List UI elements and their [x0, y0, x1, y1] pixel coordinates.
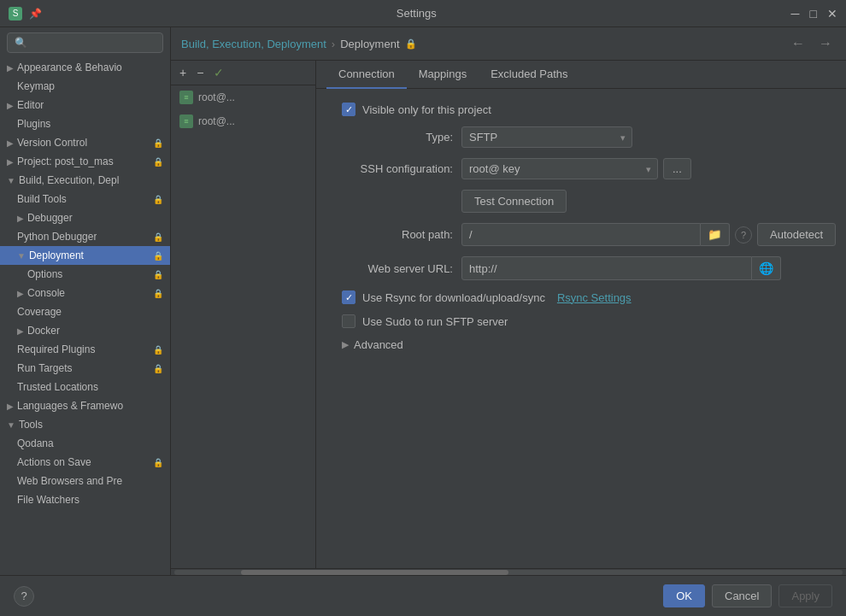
test-connection-button[interactable]: Test Connection: [461, 190, 567, 213]
web-server-url-row: Web server URL: 🌐: [333, 256, 829, 280]
rsync-settings-link[interactable]: Rsync Settings: [557, 291, 632, 304]
use-rsync-checkbox[interactable]: ✓: [342, 290, 355, 304]
sidebar-item-console[interactable]: ▶ Console 🔒: [0, 284, 170, 302]
web-server-globe-button[interactable]: 🌐: [752, 256, 781, 280]
web-server-url-label: Web server URL:: [333, 262, 453, 275]
breadcrumb-nav: ← →: [788, 34, 836, 53]
pin-icon: 📌: [29, 8, 42, 20]
web-server-url-control: 🌐: [461, 256, 781, 280]
lock-icon: 🔒: [153, 251, 163, 261]
tab-mappings[interactable]: Mappings: [407, 61, 479, 89]
ok-button[interactable]: OK: [663, 584, 705, 607]
horizontal-scrollbar[interactable]: [171, 568, 846, 575]
lock-icon: 🔒: [153, 195, 163, 204]
sidebar-item-languages[interactable]: ▶ Languages & Framewo: [0, 396, 170, 415]
server-toolbar: + − ✓: [171, 61, 315, 85]
server-item[interactable]: ≡ root@...: [171, 109, 315, 133]
remove-server-button[interactable]: −: [193, 64, 207, 81]
title-bar: S 📌 Settings ─ □ ✕: [0, 0, 846, 27]
maximize-button[interactable]: □: [810, 7, 817, 21]
advanced-row[interactable]: ▶ Advanced: [333, 338, 829, 351]
scrollbar-thumb[interactable]: [241, 570, 508, 575]
checkmark-icon: ✓: [345, 292, 353, 303]
sidebar-item-keymap[interactable]: Keymap: [0, 77, 170, 96]
help-button[interactable]: ?: [14, 586, 34, 607]
add-server-button[interactable]: +: [176, 64, 190, 81]
sidebar-item-project[interactable]: ▶ Project: post_to_mas 🔒: [0, 152, 170, 171]
sidebar-item-plugins[interactable]: Plugins: [0, 114, 170, 133]
close-button[interactable]: ✕: [827, 7, 837, 21]
sidebar-item-coverage[interactable]: Coverage: [0, 302, 170, 321]
sidebar-item-version-control[interactable]: ▶ Version Control 🔒: [0, 133, 170, 152]
sidebar-item-options[interactable]: Options 🔒: [0, 265, 170, 284]
visible-only-checkbox[interactable]: ✓: [342, 103, 355, 116]
server-name: root@...: [198, 91, 235, 103]
sidebar-item-debugger[interactable]: ▶ Debugger: [0, 208, 170, 227]
type-select-wrapper: SFTP: [461, 126, 632, 148]
autodetect-button[interactable]: Autodetect: [757, 223, 836, 246]
breadcrumb-back-button[interactable]: ←: [788, 34, 808, 53]
apply-button[interactable]: Apply: [778, 584, 832, 607]
advanced-label: Advanced: [354, 338, 403, 351]
sidebar-list: ▶ Appearance & Behavio Keymap ▶ Editor P…: [0, 58, 170, 575]
sidebar-item-file-watchers[interactable]: File Watchers: [0, 490, 170, 509]
server-name: root@...: [198, 115, 235, 127]
scrollbar-track: [174, 570, 843, 575]
sidebar-item-run-targets[interactable]: Run Targets 🔒: [0, 359, 170, 378]
sidebar-item-required-plugins[interactable]: Required Plugins 🔒: [0, 340, 170, 359]
sidebar-item-appearance[interactable]: ▶ Appearance & Behavio: [0, 58, 170, 77]
sidebar-item-build-exec[interactable]: ▼ Build, Execution, Depl: [0, 171, 170, 190]
breadcrumb-parent[interactable]: Build, Execution, Deployment: [181, 38, 326, 50]
root-path-folder-button[interactable]: 📁: [701, 223, 730, 246]
sidebar-item-docker[interactable]: ▶ Docker: [0, 321, 170, 340]
chevron-right-icon: ▶: [7, 402, 14, 411]
server-list: ≡ root@... ≡ root@...: [171, 85, 315, 568]
bottom-bar: ? OK Cancel Apply: [0, 575, 846, 616]
advanced-chevron-icon: ▶: [342, 339, 349, 350]
sidebar-item-python-debugger[interactable]: Python Debugger 🔒: [0, 227, 170, 246]
sidebar-item-qodana[interactable]: Qodana: [0, 434, 170, 453]
root-path-input[interactable]: [461, 223, 701, 246]
search-box[interactable]: 🔍: [7, 32, 163, 53]
confirm-button[interactable]: ✓: [210, 64, 227, 81]
use-sudo-checkbox[interactable]: [342, 314, 355, 328]
tab-excluded-paths[interactable]: Excluded Paths: [479, 61, 579, 89]
test-connection-control: Test Connection: [461, 190, 567, 213]
sidebar-item-deployment[interactable]: ▼ Deployment 🔒: [0, 246, 170, 265]
lock-icon: 🔒: [153, 232, 163, 242]
breadcrumb-current: Deployment: [340, 38, 399, 50]
root-path-row: Root path: 📁 ? Autodetect: [333, 223, 829, 246]
type-row: Type: SFTP: [333, 126, 829, 148]
lock-icon: 🔒: [153, 138, 163, 148]
chevron-right-icon: ▶: [17, 326, 24, 336]
type-select[interactable]: SFTP: [461, 126, 632, 148]
sidebar-item-actions-on-save[interactable]: Actions on Save 🔒: [0, 453, 170, 472]
ssh-more-button[interactable]: ...: [663, 158, 691, 179]
ssh-config-select[interactable]: root@ key: [461, 158, 658, 179]
minimize-button[interactable]: ─: [791, 7, 800, 21]
search-input[interactable]: [32, 37, 156, 49]
lock-icon: 🔒: [153, 458, 163, 467]
sidebar-item-tools[interactable]: ▼ Tools: [0, 415, 170, 434]
content-area: Build, Execution, Deployment › Deploymen…: [171, 27, 846, 575]
connection-form: ✓ Visible only for this project Type: SF…: [316, 89, 846, 372]
web-server-url-input-group: 🌐: [461, 256, 781, 280]
server-item[interactable]: ≡ root@...: [171, 85, 315, 109]
type-control: SFTP: [461, 126, 632, 148]
sidebar-item-editor[interactable]: ▶ Editor: [0, 96, 170, 114]
web-server-url-input[interactable]: [461, 256, 752, 280]
sidebar: 🔍 ▶ Appearance & Behavio Keymap ▶ Editor…: [0, 27, 171, 575]
bottom-right: OK Cancel Apply: [663, 584, 832, 607]
test-connection-row: Test Connection: [333, 190, 829, 213]
tab-connection[interactable]: Connection: [326, 61, 407, 89]
checkmark-icon: ✓: [345, 104, 353, 115]
cancel-button[interactable]: Cancel: [712, 584, 772, 607]
sidebar-item-web-browsers[interactable]: Web Browsers and Pre: [0, 472, 170, 490]
breadcrumb-forward-button[interactable]: →: [815, 34, 836, 53]
breadcrumb-lock-icon: 🔒: [405, 38, 417, 50]
root-path-input-group: 📁: [461, 223, 730, 246]
sidebar-item-trusted-locations[interactable]: Trusted Locations: [0, 378, 170, 396]
root-path-help-button[interactable]: ?: [735, 226, 752, 243]
chevron-right-icon: ▶: [7, 63, 14, 73]
sidebar-item-build-tools[interactable]: Build Tools 🔒: [0, 190, 170, 208]
